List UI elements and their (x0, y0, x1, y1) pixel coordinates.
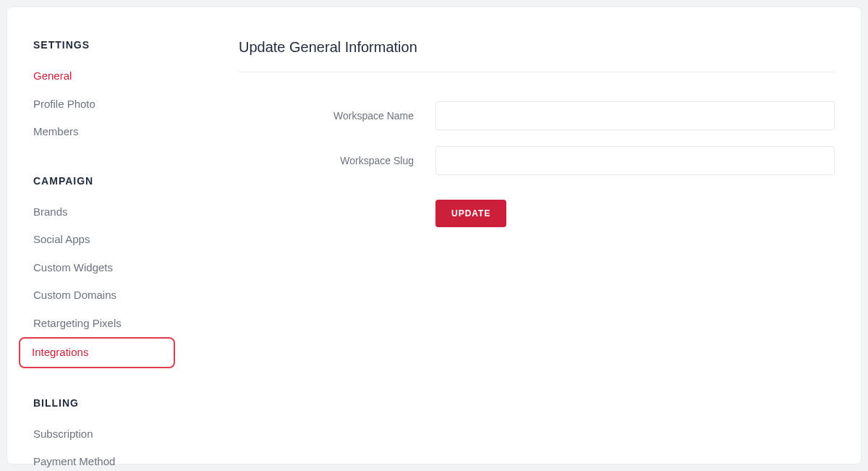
update-button[interactable]: UPDATE (435, 200, 506, 227)
section-title: SETTINGS (33, 39, 217, 51)
workspace-slug-label: Workspace Slug (239, 155, 435, 166)
nav-item-social-apps[interactable]: Social Apps (33, 226, 217, 254)
nav-item-retargeting-pixels[interactable]: Retargeting Pixels (33, 310, 217, 338)
nav-group: SETTINGSGeneralProfile PhotoMembers (33, 39, 217, 146)
workspace-name-label: Workspace Name (239, 110, 435, 122)
settings-panel: SETTINGSGeneralProfile PhotoMembersCAMPA… (7, 7, 861, 464)
nav-item-subscription[interactable]: Subscription (33, 420, 217, 449)
nav-item-profile-photo[interactable]: Profile Photo (33, 90, 217, 119)
button-row: UPDATE (239, 200, 835, 227)
form-row-workspace-name: Workspace Name (239, 101, 835, 130)
main-content: Update General Information Workspace Nam… (217, 7, 861, 464)
nav-item-custom-widgets[interactable]: Custom Widgets (33, 254, 217, 282)
nav-group: BILLINGSubscriptionPayment MethodInvoice… (33, 397, 217, 472)
nav-group: CAMPAIGNBrandsSocial AppsCustom WidgetsC… (33, 175, 217, 368)
workspace-name-input[interactable] (435, 101, 835, 130)
button-spacer (239, 200, 435, 227)
nav-item-custom-domains[interactable]: Custom Domains (33, 281, 217, 310)
section-title: BILLING (33, 397, 217, 409)
nav-item-members[interactable]: Members (33, 118, 217, 146)
form-row-workspace-slug: Workspace Slug (239, 146, 835, 175)
nav-item-brands[interactable]: Brands (33, 198, 217, 226)
nav-item-payment-method[interactable]: Payment Method (33, 448, 217, 471)
nav-item-integrations[interactable]: Integrations (19, 337, 175, 368)
section-title: CAMPAIGN (33, 175, 217, 187)
sidebar: SETTINGSGeneralProfile PhotoMembersCAMPA… (7, 7, 217, 464)
workspace-slug-input[interactable] (435, 146, 835, 175)
nav-item-general[interactable]: General (33, 62, 217, 90)
page-title: Update General Information (239, 39, 835, 72)
